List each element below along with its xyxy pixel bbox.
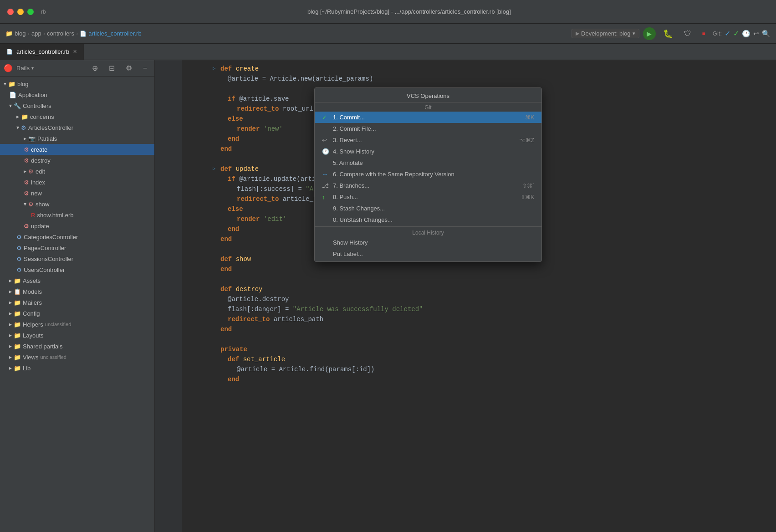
stop-button[interactable]: ■	[699, 29, 709, 39]
menu-item-label: 1. Commit...	[333, 114, 521, 121]
titlebar: rb blog [~/RubymineProjects/blog] - .../…	[0, 0, 776, 24]
code-line: private	[191, 344, 776, 354]
menu-item-unstash[interactable]: 0. UnStash Changes...	[315, 214, 541, 225]
rails-dropdown[interactable]: Rails ▾	[16, 65, 34, 72]
sidebar-item-controllers[interactable]: ▾ 🔧 Controllers	[0, 100, 154, 111]
menu-item-stash[interactable]: 9. Stash Changes...	[315, 203, 541, 214]
sidebar-item-articles-controller[interactable]: ▾ ⚙ ArticlesController	[0, 122, 154, 133]
clock-icon: 🕐	[322, 148, 329, 155]
coverage-button[interactable]: 🛡	[680, 28, 695, 40]
sidebar-item-show-erb[interactable]: R show.html.erb	[0, 210, 154, 220]
code-line: def set_article	[191, 354, 776, 364]
menu-item-commit-file[interactable]: 2. Commit File...	[315, 123, 541, 134]
run-config-label[interactable]: Development: blog	[581, 30, 630, 37]
code-editor[interactable]: ▷ def create @article = Article.new(arti…	[155, 60, 776, 532]
code-line: redirect_to articles_path	[191, 314, 776, 324]
commit-check-icon: ✓	[322, 114, 329, 121]
sidebar-item-application[interactable]: 📄 Application	[0, 89, 154, 100]
menu-item-show-history[interactable]: 🕐 4. Show History	[315, 146, 541, 157]
tab-close-button[interactable]: ✕	[73, 49, 77, 55]
sidebar-item-partials[interactable]: ▸ 📷 Partials	[0, 133, 154, 144]
commit-shortcut: ⌘K	[525, 114, 534, 121]
sidebar-item-update[interactable]: ⚙ update	[0, 220, 154, 231]
branch-icon: ⎇	[322, 182, 329, 189]
sidebar-item-mailers[interactable]: ▸ 📁 Mailers	[0, 297, 154, 308]
git-section: Git: ✓ ✓ 🕐 ↩ 🔍	[713, 29, 771, 38]
git-checkmark-icon[interactable]: ✓	[725, 29, 730, 38]
sidebar-item-destroy[interactable]: ⚙ destroy	[0, 155, 154, 166]
sidebar-item-create[interactable]: ⚙ create	[0, 144, 154, 155]
menu-item-commit[interactable]: ✓ 1. Commit... ⌘K	[315, 112, 541, 123]
revert-icon: ↩	[322, 137, 329, 143]
menu-item-label: 9. Stash Changes...	[333, 205, 531, 212]
sidebar-item-views[interactable]: ▸ 📁 Views unclassified	[0, 352, 154, 363]
menu-item-label: 3. Revert...	[333, 137, 516, 143]
collapse-icon[interactable]: −	[139, 62, 151, 74]
minimize-button[interactable]	[17, 9, 24, 15]
sidebar-header: 🔴 Rails ▾ ⊕ ⊟ ⚙ −	[0, 60, 154, 77]
rails-label: Rails	[16, 65, 30, 72]
menu-item-compare[interactable]: ↔ 6. Compare with the Same Repository Ve…	[315, 169, 541, 180]
git-clock-icon[interactable]: 🕐	[742, 30, 750, 38]
sidebar-item-show[interactable]: ▾ ⚙ show	[0, 199, 154, 210]
menu-item-show-history-local[interactable]: Show History	[315, 237, 541, 248]
settings-icon[interactable]: ⚙	[122, 62, 136, 74]
sidebar-tree[interactable]: ▾ 📁 blog 📄 Application ▾ 🔧 Controllers ▸…	[0, 77, 154, 532]
menu-item-label: 5. Annotate	[333, 159, 531, 166]
sidebar-item-users-controller[interactable]: ⚙ UsersController	[0, 264, 154, 275]
menu-item-label: 2. Commit File...	[333, 125, 531, 132]
git-undo-icon[interactable]: ↩	[753, 30, 759, 38]
sidebar-item-sessions-controller[interactable]: ⚙ SessionsController	[0, 253, 154, 264]
menu-item-put-label[interactable]: Put Label...	[315, 248, 541, 260]
context-menu: VCS Operations Git ✓ 1. Commit... ⌘K 2. …	[314, 87, 542, 262]
compare-icon: ↔	[322, 171, 329, 178]
tab-articles-controller[interactable]: 📄 articles_controller.rb ✕	[0, 44, 84, 60]
sidebar-item-lib[interactable]: ▸ 📁 Lib	[0, 363, 154, 373]
code-line: ▷ def create	[191, 64, 776, 74]
code-line: flash[:danger] = "Article was successful…	[191, 304, 776, 314]
debug-button[interactable]: 🐛	[659, 27, 677, 41]
sidebar-item-assets[interactable]: ▸ 📁 Assets	[0, 275, 154, 286]
tab-label: articles_controller.rb	[16, 48, 69, 55]
menu-item-label: Put Label...	[333, 251, 531, 257]
sidebar-item-models[interactable]: ▸ 📋 Models	[0, 286, 154, 297]
code-line: @article = Article.find(params[:id])	[191, 364, 776, 374]
menu-item-annotate[interactable]: 5. Annotate	[315, 157, 541, 169]
sidebar-item-pages-controller[interactable]: ⚙ PagesController	[0, 242, 154, 253]
git-tick-icon[interactable]: ✓	[733, 29, 739, 38]
code-line: @article = Article.new(article_params)	[191, 74, 776, 84]
menu-item-label: Show History	[333, 239, 531, 246]
code-line: end	[191, 374, 776, 384]
add-icon[interactable]: ⊕	[88, 62, 102, 74]
window-controls[interactable]	[7, 9, 34, 15]
push-icon: ↑	[322, 194, 329, 200]
search-icon[interactable]: 🔍	[762, 30, 771, 38]
code-line: @article.destroy	[191, 294, 776, 304]
sidebar-item-edit[interactable]: ▸ ⚙ edit	[0, 166, 154, 177]
run-button[interactable]: ▶	[643, 27, 656, 40]
menu-item-revert[interactable]: ↩ 3. Revert... ⌥⌘Z	[315, 134, 541, 146]
breadcrumb-blog[interactable]: blog	[15, 30, 26, 37]
sidebar-item-new[interactable]: ⚙ new	[0, 188, 154, 199]
close-button[interactable]	[7, 9, 14, 15]
filter-icon[interactable]: ⊟	[105, 62, 118, 74]
menu-item-push[interactable]: ↑ 8. Push... ⇧⌘K	[315, 191, 541, 203]
sidebar-item-config[interactable]: ▸ 📁 Config	[0, 308, 154, 319]
breadcrumb-file[interactable]: articles_controller.rb	[88, 30, 141, 37]
context-menu-title: VCS Operations	[315, 90, 541, 102]
menu-separator	[315, 226, 541, 227]
menu-item-branches[interactable]: ⎇ 7. Branches... ⇧⌘`	[315, 180, 541, 191]
code-line: end	[191, 324, 776, 334]
breadcrumb-app[interactable]: app	[31, 30, 41, 37]
sidebar-item-helpers[interactable]: ▸ 📁 Helpers unclassified	[0, 319, 154, 330]
sidebar-item-categories-controller[interactable]: ⚙ CategoriesController	[0, 231, 154, 242]
breadcrumb-controllers[interactable]: controllers	[47, 30, 74, 37]
sidebar-item-shared-partials[interactable]: ▸ 📁 Shared partials	[0, 341, 154, 352]
sidebar-item-index[interactable]: ⚙ index	[0, 177, 154, 188]
sidebar-item-layouts[interactable]: ▸ 📁 Layouts	[0, 330, 154, 341]
code-line	[191, 334, 776, 344]
zoom-button[interactable]	[27, 9, 34, 15]
sidebar-item-concerns[interactable]: ▸ 📁 concerns	[0, 111, 154, 122]
breadcrumb: 📁 blog › app › controllers › 📄 articles_…	[5, 30, 142, 37]
sidebar-item-blog[interactable]: ▾ 📁 blog	[0, 78, 154, 89]
